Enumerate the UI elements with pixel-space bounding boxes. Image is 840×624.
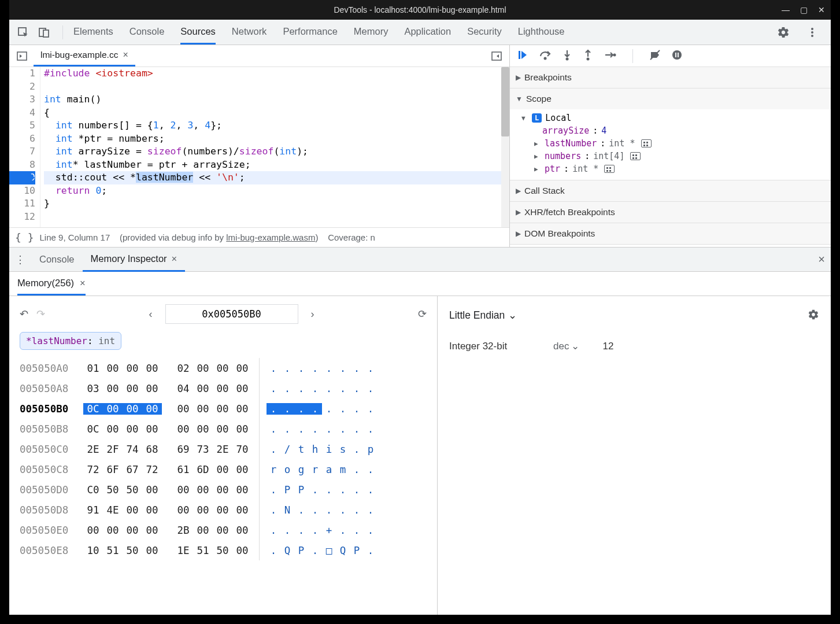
value-display: 12	[602, 341, 613, 352]
debug-source-link[interactable]: lmi-bug-example.wasm	[226, 232, 315, 242]
panel-tabs: Elements Console Sources Network Perform…	[73, 20, 775, 45]
pretty-print-icon[interactable]: { }	[15, 231, 34, 243]
pause-exceptions-icon[interactable]	[671, 49, 683, 62]
svg-rect-8	[519, 51, 520, 59]
more-icon[interactable]	[804, 24, 820, 40]
memory-icon[interactable]	[604, 165, 615, 173]
drawer-tabs: ⋮ Console Memory Inspector× ×	[9, 248, 831, 272]
endianness-select[interactable]: Little Endian⌄	[449, 309, 517, 322]
navigator-toggle-icon[interactable]	[14, 48, 30, 64]
svg-rect-15	[675, 53, 676, 57]
var-arraySize[interactable]: arraySize: 4	[510, 124, 831, 137]
scope-local[interactable]: ▼LLocal	[510, 112, 831, 124]
svg-rect-2	[43, 30, 49, 37]
titlebar: DevTools - localhost:4000/lmi-bug-exampl…	[9, 0, 831, 20]
breakpoints-section[interactable]: ▶Breakpoints	[510, 67, 831, 88]
status-bar: { } Line 9, Column 17 (provided via debu…	[9, 227, 509, 247]
chevron-down-icon: ⌄	[508, 309, 517, 322]
address-input[interactable]	[165, 304, 298, 324]
var-ptr[interactable]: ▶ptr: int *	[510, 163, 831, 175]
code-editor[interactable]: 123456789101112 #include <iostream> int …	[9, 67, 509, 227]
step-over-icon[interactable]	[539, 49, 552, 62]
redo-icon[interactable]: ↷	[36, 308, 45, 320]
svg-rect-16	[678, 53, 679, 57]
next-page-icon[interactable]: ›	[306, 308, 319, 320]
svg-point-4	[811, 31, 813, 34]
drawer-close-icon[interactable]: ×	[818, 253, 825, 266]
debug-toolbar	[510, 45, 831, 67]
tab-application[interactable]: Application	[404, 20, 451, 45]
close-tab-icon[interactable]: ×	[172, 253, 177, 264]
memory-tabs: Memory(256)×	[9, 272, 831, 296]
cursor-position: Line 9, Column 17	[40, 232, 110, 242]
maximize-button[interactable]: ▢	[800, 5, 808, 14]
tab-sources[interactable]: Sources	[180, 20, 216, 45]
memory-icon[interactable]	[641, 139, 652, 147]
svg-point-11	[587, 58, 590, 61]
prev-page-icon[interactable]: ‹	[145, 308, 157, 320]
close-file-icon[interactable]: ×	[123, 50, 128, 60]
svg-point-9	[544, 57, 547, 60]
step-into-icon[interactable]	[562, 49, 572, 62]
main-toolbar: Elements Console Sources Network Perform…	[9, 20, 831, 45]
gutter[interactable]: 123456789101112	[9, 67, 40, 227]
drawer-more-icon[interactable]: ⋮	[15, 253, 31, 266]
scope-section[interactable]: ▼Scope	[510, 88, 831, 109]
file-tab-label: lmi-bug-example.cc	[40, 50, 118, 60]
coverage-label: Coverage: n	[328, 232, 375, 242]
svg-point-12	[613, 54, 616, 57]
scrollbar[interactable]	[501, 67, 509, 227]
chevron-down-icon: ⌄	[571, 340, 579, 352]
inspect-element-icon[interactable]	[15, 24, 31, 40]
step-out-icon[interactable]	[583, 49, 593, 62]
code-lines: #include <iostream> int main() { int num…	[40, 67, 509, 227]
svg-point-14	[672, 50, 682, 60]
memory-tab[interactable]: Memory(256)×	[17, 272, 86, 296]
debugger-sidebar: ▶Breakpoints ▼Scope ▼LLocal arraySize: 4…	[510, 45, 831, 247]
memory-icon[interactable]	[630, 152, 641, 160]
xhr-section[interactable]: ▶XHR/fetch Breakpoints	[510, 202, 831, 223]
drawer-tab-memory-inspector[interactable]: Memory Inspector×	[83, 248, 186, 272]
tab-security[interactable]: Security	[467, 20, 502, 45]
tab-console[interactable]: Console	[129, 20, 165, 45]
svg-point-5	[811, 35, 813, 37]
value-settings-icon[interactable]	[808, 309, 819, 322]
callstack-section[interactable]: ▶Call Stack	[510, 180, 831, 201]
drawer-tab-console[interactable]: Console	[31, 248, 83, 271]
tab-performance[interactable]: Performance	[283, 20, 337, 45]
window-title: DevTools - localhost:4000/lmi-bug-exampl…	[334, 5, 506, 14]
hex-grid[interactable]: 005050A00100000002000000........005050A8…	[20, 358, 427, 560]
svg-point-3	[811, 28, 813, 30]
step-icon[interactable]	[604, 49, 616, 62]
hex-viewer: ↶ ↷ ‹ › ⟳ *lastNumber: int 005050A001000…	[9, 296, 438, 615]
value-format-select[interactable]: dec⌄	[553, 340, 579, 352]
resume-icon[interactable]	[517, 49, 528, 62]
deactivate-breakpoints-icon[interactable]	[649, 49, 661, 62]
value-type: Integer 32-bit	[449, 341, 530, 352]
close-button[interactable]: ✕	[818, 5, 825, 14]
sources-pane: lmi-bug-example.cc × 123456789101112 #in…	[9, 45, 510, 247]
svg-point-10	[566, 58, 569, 61]
tab-lighthouse[interactable]: Lighthouse	[518, 20, 565, 45]
value-interpreter: Little Endian⌄ Integer 32-bit dec⌄ 12	[438, 296, 831, 615]
debugger-toggle-icon[interactable]	[489, 48, 505, 64]
tab-network[interactable]: Network	[232, 20, 267, 45]
tab-elements[interactable]: Elements	[73, 20, 113, 45]
tab-memory[interactable]: Memory	[354, 20, 388, 45]
close-memory-tab-icon[interactable]: ×	[80, 278, 86, 289]
file-tab[interactable]: lmi-bug-example.cc ×	[34, 45, 135, 67]
device-toggle-icon[interactable]	[36, 24, 52, 40]
settings-icon[interactable]	[775, 24, 791, 40]
highlight-chip[interactable]: *lastNumber: int	[20, 332, 121, 350]
var-numbers[interactable]: ▶numbers: int[4]	[510, 150, 831, 163]
dom-section[interactable]: ▶DOM Breakpoints	[510, 223, 831, 244]
minimize-button[interactable]: —	[782, 5, 790, 14]
refresh-icon[interactable]: ⟳	[418, 308, 427, 320]
var-lastNumber[interactable]: ▶lastNumber: int *	[510, 137, 831, 150]
undo-icon[interactable]: ↶	[20, 308, 28, 320]
